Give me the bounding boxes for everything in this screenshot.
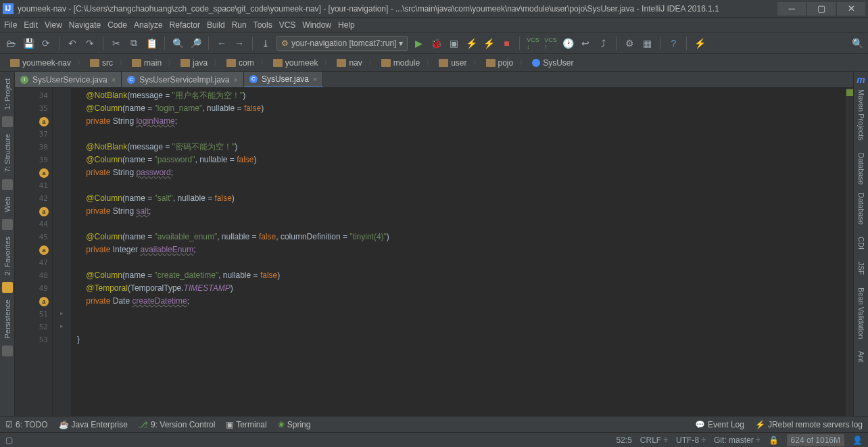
file-encoding[interactable]: UTF-8 ÷ <box>676 436 706 445</box>
line-number[interactable]: 46a <box>15 243 52 256</box>
paste-icon[interactable]: 📋 <box>145 37 158 50</box>
code-line[interactable] <box>77 218 845 231</box>
code-line[interactable]: private Integer availableEnum; <box>77 243 845 256</box>
open-icon[interactable]: 🗁 <box>4 37 18 50</box>
code-line[interactable]: private String loginName; <box>77 115 845 128</box>
crumb-class[interactable]: SysUser <box>527 57 578 68</box>
tool-persistence[interactable]: Persistence <box>2 296 13 342</box>
fold-mark[interactable] <box>53 114 71 126</box>
fold-mark[interactable] <box>53 268 71 281</box>
line-number[interactable]: 34 <box>15 89 52 102</box>
line-number[interactable]: 45 <box>15 231 52 243</box>
search-everywhere-icon[interactable]: 🔍 <box>850 37 864 50</box>
settings-icon[interactable]: ⚙ <box>623 37 636 50</box>
code-line[interactable]: @Column(name = "password", nullable = fa… <box>77 154 845 166</box>
code-line[interactable]: @NotBlank(message = "用户名不能为空！") <box>77 89 845 102</box>
code-line[interactable]: @Column(name = "login_name", nullable = … <box>77 102 845 115</box>
coverage-icon[interactable]: ▣ <box>447 37 460 50</box>
code-line[interactable]: @Column(name = "available_enum", nullabl… <box>77 231 845 243</box>
copy-icon[interactable]: ⧉ <box>127 37 141 50</box>
fold-mark[interactable] <box>53 204 71 216</box>
memory-indicator[interactable]: 624 of 1016M <box>787 434 844 446</box>
crumb-user[interactable]: user <box>434 57 471 68</box>
fold-mark[interactable] <box>53 242 71 255</box>
menu-edit[interactable]: Edit <box>24 20 38 30</box>
maven-m-icon[interactable]: m <box>857 74 865 85</box>
editor-tab[interactable]: CSysUserServiceImpl.java× <box>122 72 244 87</box>
fold-mark[interactable] <box>53 178 71 191</box>
code-line[interactable]: private String salt; <box>77 205 845 218</box>
tool-web[interactable]: Web <box>2 193 13 216</box>
line-number[interactable]: 52 <box>15 321 52 333</box>
line-number[interactable]: 51 <box>15 308 52 321</box>
line-number[interactable]: 44 <box>15 218 52 231</box>
fold-mark[interactable] <box>53 88 71 101</box>
line-number[interactable]: 38 <box>15 141 52 154</box>
code-line[interactable]: @NotBlank(message = "密码不能为空！") <box>77 141 845 154</box>
cursor-position[interactable]: 52:5 <box>616 436 631 445</box>
editor-tab[interactable]: CSysUser.java× <box>244 72 323 87</box>
code-line[interactable]: @Column(name = "salt", nullable = false) <box>77 192 845 205</box>
line-number[interactable]: 41 <box>15 179 52 192</box>
debug-icon[interactable]: 🐞 <box>429 37 443 50</box>
tool-structure[interactable]: 7: Structure <box>2 130 13 177</box>
editor-tab[interactable]: ISysUserService.java× <box>15 72 122 87</box>
fold-mark[interactable] <box>53 101 71 114</box>
code-line[interactable] <box>77 128 845 141</box>
crumb-pojo[interactable]: pojo <box>481 57 519 68</box>
tool-spring[interactable]: ❀Spring <box>278 420 311 429</box>
line-number-gutter[interactable]: 343536a37383940a414243a444546a47484950a5… <box>15 88 53 416</box>
fold-mark[interactable] <box>53 255 71 268</box>
line-number[interactable]: 48 <box>15 269 52 282</box>
tool-beanval[interactable]: Bean Validation <box>856 283 867 343</box>
tool-terminal[interactable]: ▣Terminal <box>226 420 266 429</box>
code-line[interactable] <box>77 256 845 269</box>
fold-mark[interactable] <box>53 139 71 152</box>
tool-project[interactable]: 1: Project <box>2 74 13 114</box>
line-separator[interactable]: CRLF ÷ <box>640 436 668 445</box>
fold-mark[interactable] <box>53 191 71 204</box>
fold-gutter[interactable]: ▸▸ <box>53 88 72 416</box>
menu-view[interactable]: View <box>45 20 62 30</box>
fold-mark[interactable] <box>53 332 71 345</box>
line-number[interactable]: 47 <box>15 256 52 269</box>
code-line[interactable] <box>77 179 845 192</box>
structure-icon[interactable] <box>2 179 13 190</box>
fold-mark[interactable] <box>53 126 71 139</box>
menu-window[interactable]: Window <box>302 20 331 30</box>
fold-mark[interactable] <box>53 152 71 165</box>
lock-icon[interactable]: 🔒 <box>769 436 779 445</box>
menu-tools[interactable]: Tools <box>254 20 272 30</box>
crumb-java[interactable]: java <box>176 57 212 68</box>
line-number[interactable]: 42 <box>15 192 52 205</box>
code-line[interactable]: private Date createDatetime; <box>77 295 845 308</box>
jrebel-run-icon[interactable]: ⚡ <box>464 37 478 50</box>
code-line[interactable]: private String password; <box>77 166 845 179</box>
line-number[interactable]: 40a <box>15 166 52 179</box>
fold-mark[interactable] <box>53 229 71 242</box>
refresh-icon[interactable]: ⟳ <box>39 37 53 50</box>
code-line[interactable] <box>77 308 845 321</box>
fold-mark[interactable]: ▸ <box>53 319 71 332</box>
menu-code[interactable]: Code <box>107 20 127 30</box>
run-config-selector[interactable]: ⚙ your-navigation [tomcat7:run] ▾ <box>276 36 408 51</box>
line-number[interactable]: 43a <box>15 205 52 218</box>
code-line[interactable] <box>77 321 845 333</box>
crumb-youmeek-nav[interactable]: youmeek-nav <box>5 57 76 68</box>
tool-database[interactable]: Database <box>856 149 867 189</box>
fold-mark[interactable] <box>53 293 71 306</box>
code-line[interactable]: @Column(name = "create_datetime", nullab… <box>77 269 845 282</box>
code-area[interactable]: @NotBlank(message = "用户名不能为空！") @Column(… <box>72 88 845 416</box>
editor[interactable]: 343536a37383940a414243a444546a47484950a5… <box>15 88 853 416</box>
save-icon[interactable]: 💾 <box>22 37 35 50</box>
tool-favorites[interactable]: 2: Favorites <box>2 233 13 279</box>
error-stripe[interactable] <box>845 88 853 416</box>
tool-maven[interactable]: Maven Projects <box>856 85 867 145</box>
replace-icon[interactable]: 🔎 <box>189 37 202 50</box>
fold-mark[interactable] <box>53 281 71 293</box>
run-icon[interactable]: ▶ <box>412 37 425 50</box>
menu-analyze[interactable]: Analyze <box>134 20 163 30</box>
minimize-button[interactable]: ─ <box>777 2 806 16</box>
fold-mark[interactable] <box>53 216 71 229</box>
undo-icon[interactable]: ↶ <box>66 37 79 50</box>
